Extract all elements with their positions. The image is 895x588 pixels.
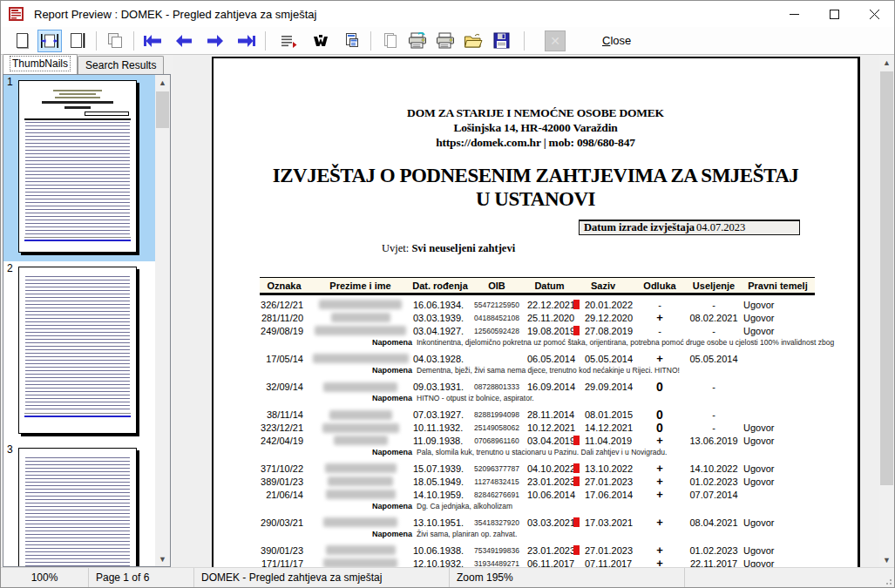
search-icon <box>312 34 329 48</box>
cell-dob: 03.03.1939. <box>412 313 468 323</box>
cell-oib: 35418327920 <box>468 518 525 527</box>
print-setup-icon <box>408 32 427 49</box>
minimize-button[interactable] <box>774 1 814 27</box>
napomena-text: Dementna, bježi, živi sama nema djece, t… <box>417 366 680 375</box>
cell-useljenje: 14.10.2022 <box>687 463 741 474</box>
table-row: 323/12/2110.11.1932.2514905806210.12.202… <box>260 421 815 434</box>
open-button[interactable] <box>461 30 485 52</box>
body-area: ThumbNails Search Results 123 ▲ ▼ DOM ZA… <box>1 55 894 567</box>
condition-line: Uvjet: Svi neuseljeni zahtjevi <box>382 242 858 255</box>
thumbnail-item[interactable]: 3 <box>3 443 155 566</box>
thumb-mini-line <box>53 90 102 91</box>
page-100-button[interactable] <box>65 30 90 52</box>
cell-name <box>309 300 412 309</box>
window-title: Report Preview : DOMEK - Pregled zahtjev… <box>34 8 316 21</box>
cell-saziv: 17.03.2021 <box>582 517 633 528</box>
cell-odluka: 0 <box>633 380 687 394</box>
thumbnail-scrollbar[interactable]: ▲ ▼ <box>155 75 170 566</box>
last-page-button[interactable] <box>234 30 259 52</box>
cell-oznaka: 281/11/20 <box>260 313 309 323</box>
table-header-cell: Dat. rođenja <box>412 280 468 291</box>
cell-odluka: + <box>633 488 687 501</box>
table-row: 171/11/1712.10.1932.3193448927106.11.201… <box>260 557 815 567</box>
toolbar-separator <box>265 31 266 51</box>
cell-oib: 31934489271 <box>468 559 525 568</box>
tab-thumbnails[interactable]: ThumbNails <box>3 54 78 74</box>
cell-saziv: 27.08.2019 <box>582 326 633 336</box>
close-window-button[interactable] <box>854 1 894 27</box>
thumbnail-page[interactable] <box>18 448 137 566</box>
cell-datum: 22.12.2021 <box>525 300 573 310</box>
close-button[interactable]: Close <box>593 30 640 51</box>
napomena-text: Pala, slomila kuk, trenutno u stacionaru… <box>417 448 667 456</box>
preview-scrollbar[interactable]: ▲ ▼ <box>879 55 894 567</box>
multi-page-button[interactable] <box>103 30 127 52</box>
first-page-button[interactable] <box>140 30 165 52</box>
statusbar-zoom-percent: 100% <box>1 568 89 587</box>
thumbnail-page[interactable] <box>18 267 137 434</box>
save-button[interactable] <box>489 30 513 52</box>
page-width-button[interactable] <box>37 30 62 52</box>
toolbar-separator <box>524 31 525 51</box>
scrollbar-thumb[interactable] <box>156 91 169 128</box>
titlebar: Report Preview : DOMEK - Pregled zahtjev… <box>1 1 894 27</box>
table-header-cell: Prezime i ime <box>309 280 412 291</box>
cell-name <box>309 476 412 486</box>
search-button[interactable] <box>309 30 333 52</box>
cell-useljenje: 08.02.2021 <box>687 313 741 323</box>
sidebar: ThumbNails Search Results 123 ▲ ▼ <box>1 55 173 567</box>
cell-temelj: Ugovor <box>741 476 815 487</box>
thumbnail-page[interactable] <box>18 80 137 253</box>
cell-name <box>309 326 412 335</box>
cell-odluka: - <box>633 326 687 336</box>
prev-page-button[interactable] <box>172 30 196 52</box>
next-page-button[interactable] <box>203 30 227 52</box>
cell-useljenje: 07.07.2014 <box>687 490 741 500</box>
goto-page-button[interactable] <box>277 30 302 52</box>
scroll-up-icon[interactable]: ▲ <box>155 75 170 90</box>
copy-page-button[interactable] <box>340 30 364 52</box>
tab-search-results[interactable]: Search Results <box>78 56 164 74</box>
cell-dob: 12.10.1932. <box>412 558 468 568</box>
scroll-down-icon[interactable]: ▼ <box>155 551 170 566</box>
page-width-icon <box>40 33 59 49</box>
scrollbar-thumb[interactable] <box>880 71 893 485</box>
cell-marker <box>573 436 582 445</box>
napomena-row: NapomenaDg. Ca jednjaka, alkoholizam <box>260 501 815 511</box>
cell-oib: 08728801333 <box>468 382 525 391</box>
cell-name <box>309 545 412 555</box>
scroll-up-icon[interactable]: ▲ <box>879 55 894 70</box>
cell-oib: 25149058062 <box>468 423 525 432</box>
image-disabled-icon: ✕ <box>545 30 566 51</box>
thumbnail-item[interactable]: 1 <box>3 75 155 261</box>
thumbnail-item[interactable]: 2 <box>3 261 155 443</box>
thumbnail-list: 123 <box>3 75 155 566</box>
cell-datum: 06.11.2017 <box>525 558 573 568</box>
cell-oib: 82881994098 <box>468 410 525 419</box>
print-setup-button[interactable] <box>405 30 430 52</box>
thumb-mini-rows <box>25 276 130 411</box>
whole-page-button[interactable] <box>10 30 34 52</box>
cell-name <box>309 517 412 527</box>
statusbar-filler <box>685 568 894 587</box>
cell-dob: 09.03.1931. <box>412 382 468 392</box>
redacted-name <box>334 436 388 445</box>
resize-grip[interactable] <box>882 575 892 585</box>
cell-saziv: 20.01.2022 <box>582 300 633 310</box>
table-row: 38/11/1407.03.1927.8288199409828.11.2014… <box>260 408 815 421</box>
cell-datum: 06.05.2014 <box>525 354 573 364</box>
cell-saziv: 14.12.2021 <box>582 422 633 433</box>
cell-odluka: 0 <box>633 421 687 435</box>
napomena-label: Napomena <box>260 394 412 402</box>
blank-page-button[interactable] <box>377 30 402 52</box>
scroll-down-icon[interactable]: ▼ <box>879 552 894 567</box>
thumb-mini-datebox <box>85 112 129 116</box>
cell-temelj: Ugovor <box>741 313 815 323</box>
org-contact: https://domek.com.hr | mob: 098/680-847 <box>214 135 858 150</box>
print-button[interactable] <box>433 30 458 52</box>
cell-odluka: + <box>633 516 687 529</box>
maximize-button[interactable] <box>814 1 854 27</box>
thumb-mini-footer-line <box>24 240 131 241</box>
cell-odluka: + <box>633 544 687 557</box>
napomena-label: Napomena <box>260 502 412 510</box>
